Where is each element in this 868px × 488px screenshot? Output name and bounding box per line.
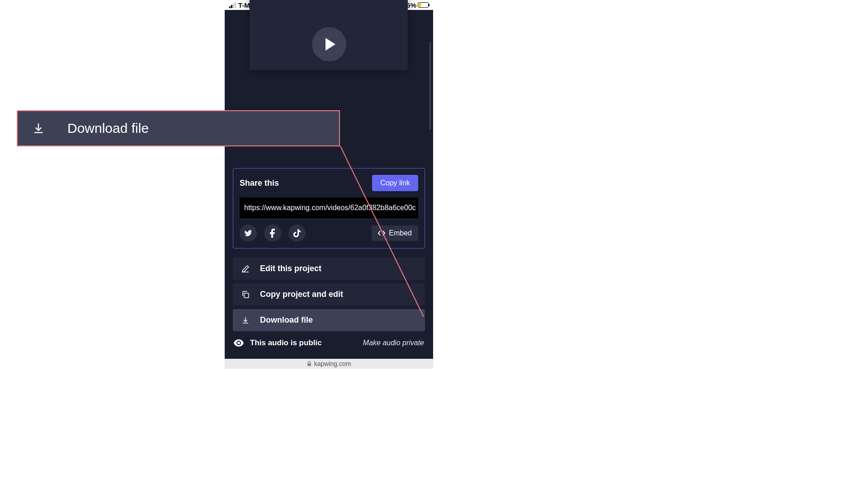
annotation-callout: Download file bbox=[17, 110, 340, 146]
browser-url-bar[interactable]: kapwing.com bbox=[225, 359, 433, 369]
download-icon bbox=[32, 122, 45, 135]
battery-icon bbox=[418, 2, 429, 8]
embed-button[interactable]: Embed bbox=[372, 225, 418, 241]
svg-rect-3 bbox=[307, 363, 311, 366]
play-button[interactable] bbox=[312, 27, 346, 61]
copy-icon bbox=[241, 291, 250, 299]
facebook-share-button[interactable] bbox=[264, 225, 281, 242]
eye-icon bbox=[234, 339, 244, 347]
play-icon bbox=[326, 38, 335, 51]
share-url-field[interactable]: https://www.kapwing.com/videos/62a0f382b… bbox=[240, 197, 418, 218]
callout-text: Download file bbox=[67, 121, 149, 136]
tiktok-icon bbox=[293, 229, 301, 237]
share-title: Share this bbox=[240, 178, 279, 188]
scroll-indicator[interactable] bbox=[429, 42, 431, 130]
signal-icon bbox=[229, 2, 236, 8]
phone-screenshot: T-Mobile Wi-Fi 12:22 26% bbox=[225, 0, 433, 369]
browser-domain: kapwing.com bbox=[314, 360, 351, 367]
download-icon bbox=[241, 316, 250, 324]
svg-rect-2 bbox=[244, 293, 249, 298]
make-private-link[interactable]: Make audio private bbox=[363, 339, 424, 347]
privacy-status: This audio is public bbox=[250, 338, 322, 347]
action-list: Edit this project Copy project and edit … bbox=[225, 258, 433, 331]
privacy-row: This audio is public Make audio private bbox=[225, 335, 433, 351]
twitter-icon bbox=[244, 229, 252, 237]
copy-project-button[interactable]: Copy project and edit bbox=[233, 283, 425, 305]
tiktok-share-button[interactable] bbox=[288, 225, 306, 242]
lock-icon bbox=[307, 361, 311, 366]
facebook-icon bbox=[270, 229, 275, 238]
copy-link-button[interactable]: Copy link bbox=[372, 175, 418, 191]
download-file-button[interactable]: Download file bbox=[233, 309, 425, 331]
twitter-share-button[interactable] bbox=[240, 225, 257, 242]
pencil-icon bbox=[241, 265, 250, 273]
share-panel: Share this Copy link https://www.kapwing… bbox=[233, 168, 425, 249]
